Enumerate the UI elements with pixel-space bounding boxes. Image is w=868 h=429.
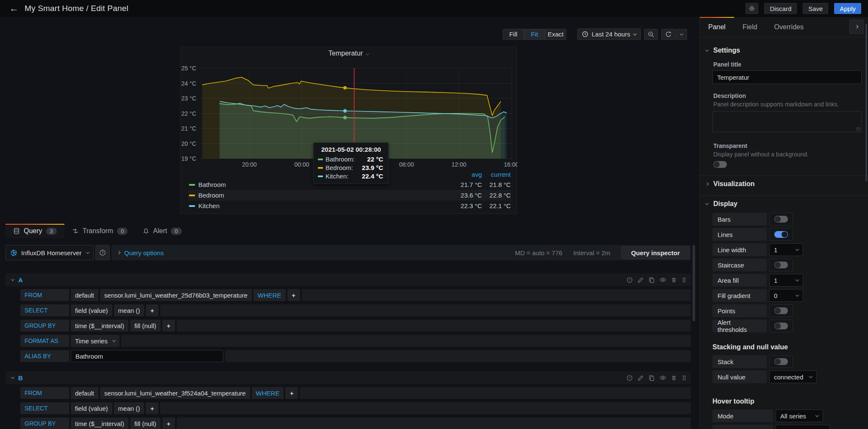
datasource-help-button[interactable]: ? <box>95 245 110 260</box>
panel-title-input[interactable] <box>712 70 862 84</box>
add-part-button[interactable]: + <box>146 304 159 316</box>
legend-series-name[interactable]: Bedroom <box>198 192 224 199</box>
size-exact-button[interactable]: Exact <box>545 29 566 40</box>
back-arrow-icon[interactable]: ← <box>9 4 19 13</box>
add-part-button[interactable]: + <box>162 320 175 332</box>
query-part-select[interactable]: Time series <box>71 335 120 347</box>
option-label: Bars <box>712 213 767 226</box>
refresh-button[interactable] <box>661 29 676 40</box>
fill-gradient-select[interactable]: 0 <box>769 289 803 302</box>
legend-series-name[interactable]: Bathroom <box>198 181 226 188</box>
series-color-swatch <box>318 176 323 177</box>
copy-icon[interactable] <box>648 277 655 283</box>
toggle-wrap[interactable] <box>769 228 793 241</box>
help-circle-icon[interactable]: ? <box>626 375 633 381</box>
query-part[interactable]: sensor.lumi_lumi_weather_25d76b03_temper… <box>100 289 252 301</box>
staircase-toggle[interactable] <box>774 262 788 268</box>
trash-icon[interactable] <box>671 277 677 283</box>
section-display[interactable]: Display <box>706 200 860 208</box>
bars-toggle[interactable] <box>774 216 788 223</box>
eye-icon[interactable] <box>659 276 666 283</box>
query-part[interactable]: field (value) <box>71 402 112 414</box>
line-width-select[interactable]: 1 <box>769 243 803 256</box>
section-visualization[interactable]: Visualization <box>706 180 860 188</box>
trash-icon[interactable] <box>671 375 677 381</box>
query-part[interactable]: time ($__interval) <box>71 320 128 332</box>
tab-overrides[interactable]: Overrides <box>766 17 812 37</box>
query-part[interactable]: field (value) <box>71 304 112 316</box>
query-part[interactable]: mean () <box>114 402 145 414</box>
clock-icon <box>582 31 588 37</box>
query-part[interactable]: mean () <box>114 304 145 316</box>
query-B-header[interactable]: B? <box>6 371 691 384</box>
tab-transform[interactable]: Transform 0 <box>64 224 136 238</box>
description-textarea[interactable] <box>712 111 862 132</box>
discard-button[interactable]: Discard <box>764 3 797 14</box>
section-settings[interactable]: Settings <box>706 47 860 54</box>
query-part[interactable]: default <box>71 289 98 301</box>
add-part-button[interactable]: + <box>285 387 298 399</box>
pencil-icon[interactable] <box>637 277 644 283</box>
series-color-swatch <box>189 195 195 196</box>
panel-settings-gear-button[interactable] <box>746 3 758 14</box>
toggle-wrap[interactable] <box>769 259 793 271</box>
query-inspector-button[interactable]: Query inspector <box>621 246 690 259</box>
drag-handle-icon[interactable] <box>682 277 687 283</box>
eye-icon[interactable] <box>659 374 666 381</box>
toggle-wrap[interactable] <box>769 320 793 332</box>
tab-panel[interactable]: Panel <box>700 17 734 37</box>
legend-series-name[interactable]: Kitchen <box>198 202 220 209</box>
time-range-picker[interactable]: Last 24 hours <box>577 28 641 40</box>
toggle-wrap[interactable] <box>769 213 793 226</box>
help-circle-icon[interactable]: ? <box>626 277 633 283</box>
size-fit-button[interactable]: Fit <box>524 29 545 40</box>
save-button[interactable]: Save <box>803 3 828 14</box>
tab-field[interactable]: Field <box>734 17 766 37</box>
refresh-interval-dropdown[interactable] <box>676 29 687 40</box>
option-row-null-value: Null valueconnected <box>712 370 860 383</box>
query-part[interactable]: fill (null) <box>130 418 161 429</box>
mode-select[interactable]: All series <box>776 410 823 422</box>
chevron-down-icon <box>11 375 14 379</box>
query-A-header[interactable]: A? <box>6 273 691 286</box>
stack-toggle[interactable] <box>774 358 788 365</box>
size-fill-button[interactable]: Fill <box>503 29 524 40</box>
zoom-out-button[interactable] <box>644 29 658 40</box>
sidebar-scrollbar[interactable] <box>865 24 867 181</box>
tab-query[interactable]: Query 3 <box>6 224 64 238</box>
svg-text:19 °C: 19 °C <box>181 155 196 162</box>
query-keyword[interactable]: WHERE <box>253 289 286 301</box>
query-keyword[interactable]: WHERE <box>252 387 284 399</box>
null-value-select[interactable]: connected <box>769 370 817 383</box>
area-fill-select[interactable]: 1 <box>769 274 803 287</box>
collapse-sidebar-button[interactable] <box>849 20 864 34</box>
add-part-button[interactable]: + <box>146 402 159 414</box>
alias-input[interactable] <box>71 350 223 362</box>
legend-col-avg[interactable]: avg <box>456 171 482 179</box>
lines-toggle[interactable] <box>774 231 788 238</box>
toggle-wrap[interactable] <box>769 304 793 317</box>
query-part[interactable]: default <box>71 387 98 399</box>
transparent-toggle[interactable] <box>713 161 727 168</box>
points-toggle[interactable] <box>774 307 788 314</box>
query-part[interactable]: fill (null) <box>130 320 161 332</box>
series-color-swatch <box>189 205 195 207</box>
alert-thresholds-toggle[interactable] <box>774 323 788 329</box>
copy-icon[interactable] <box>648 375 655 381</box>
query-part[interactable]: sensor.lumi_lumi_weather_3f524a04_temper… <box>100 387 250 399</box>
add-part-button[interactable]: + <box>162 418 175 429</box>
legend-col-current[interactable]: current <box>482 171 511 179</box>
query-part[interactable]: time ($__interval) <box>71 418 128 429</box>
tab-alert[interactable]: Alert 0 <box>135 224 189 238</box>
add-part-button[interactable]: + <box>287 289 300 301</box>
option-select[interactable] <box>776 425 830 429</box>
apply-button[interactable]: Apply <box>834 3 861 14</box>
option-label: Fill gradient <box>712 289 767 302</box>
pencil-icon[interactable] <box>637 375 644 381</box>
toggle-wrap[interactable] <box>769 355 793 368</box>
query-area-scrollbar[interactable] <box>693 245 695 321</box>
query-options-link[interactable]: Query options <box>124 249 164 256</box>
drag-handle-icon[interactable] <box>682 375 687 381</box>
tooltip-series-value: 23.9 °C <box>362 164 383 171</box>
datasource-select[interactable]: InfluxDB Homeserver <box>6 245 94 260</box>
